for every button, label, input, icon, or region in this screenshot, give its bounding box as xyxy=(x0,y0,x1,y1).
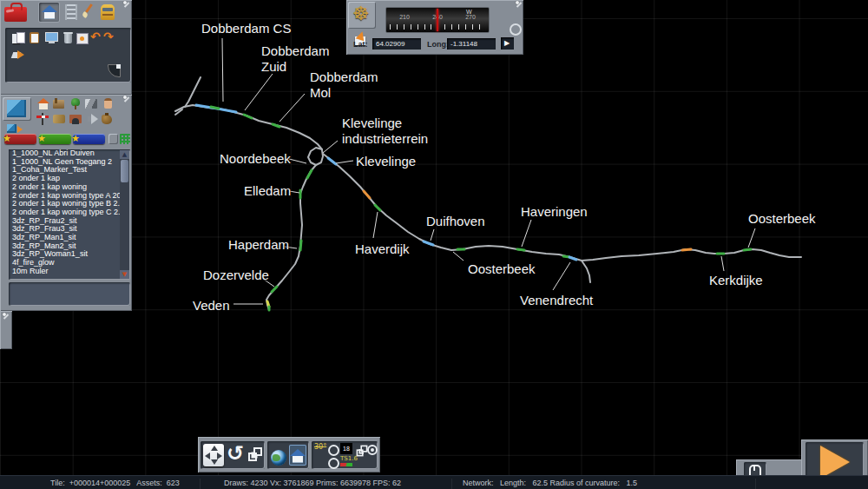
view-tools-box: ↺ xyxy=(201,441,265,469)
heading-tick: 270 xyxy=(465,14,476,20)
station-label: Venendrecht xyxy=(520,293,593,308)
jump-to-icon[interactable] xyxy=(248,447,262,461)
asset-list-item[interactable]: 10m Ruler xyxy=(9,268,130,276)
screen-icon[interactable] xyxy=(45,31,58,44)
station-label: Oosterbeek xyxy=(468,261,536,277)
toolbox-icon[interactable] xyxy=(4,7,27,22)
status-divider xyxy=(755,479,756,489)
track-snap-radio[interactable] xyxy=(328,458,339,469)
train-tool-icon[interactable] xyxy=(101,4,115,20)
station-label: Dozervelde xyxy=(203,268,269,283)
measure-icon[interactable] xyxy=(76,31,89,44)
export-icon[interactable] xyxy=(12,49,25,59)
favorites-green-bar[interactable]: ★ xyxy=(39,134,71,144)
locate-button[interactable] xyxy=(510,23,522,36)
home-view-button[interactable] xyxy=(289,445,306,466)
target-icon[interactable] xyxy=(367,445,378,455)
goto-play-icon[interactable]: ▶ xyxy=(501,37,514,50)
goods-category-icon[interactable] xyxy=(101,113,113,125)
wheel-icon: ☸ xyxy=(352,4,370,23)
sound-category-icon[interactable] xyxy=(87,113,99,125)
station-label: Haverdijk xyxy=(355,241,410,257)
terrain-category-icon[interactable] xyxy=(53,113,65,125)
asset-preview-box xyxy=(9,282,130,306)
pin-icon xyxy=(2,313,10,320)
asset-list-scrollbar[interactable]: ▲ ▼ xyxy=(120,150,129,279)
favorites-red-bar[interactable]: ★ xyxy=(4,134,36,144)
pin-icon[interactable] xyxy=(122,96,130,103)
scroll-up-icon[interactable]: ▲ xyxy=(120,150,129,159)
home-tool-button[interactable] xyxy=(39,3,59,22)
angle-snap-value[interactable]: 30° xyxy=(314,444,326,451)
copy-icon[interactable] xyxy=(12,32,24,44)
bridge-category-icon[interactable] xyxy=(69,113,82,125)
asset-list: 1_1000_NL Abri Duiven1_1000_NL Geen Toeg… xyxy=(9,149,130,280)
globe-icon[interactable] xyxy=(271,450,286,466)
asset-items: 1_1000_NL Abri Duiven1_1000_NL Geen Toeg… xyxy=(9,149,130,276)
station-label: Noordebeek xyxy=(220,151,291,167)
compass-widget: ☸ W 210 240 270 Lat: 64.02909 Long: -1.3… xyxy=(346,0,523,55)
grey-filter-button[interactable] xyxy=(108,134,118,144)
pin-icon[interactable] xyxy=(122,1,130,9)
status-divider xyxy=(200,479,201,489)
pin-icon[interactable] xyxy=(515,1,523,9)
collapsed-side-tab[interactable] xyxy=(0,311,12,349)
rotate-icon[interactable]: ↺ xyxy=(227,443,244,464)
status-perf: Draws: 4230 Vx: 3761869 Prims: 6639978 F… xyxy=(224,479,401,487)
dock-category-icon[interactable] xyxy=(53,98,65,110)
scrollbar-thumb[interactable] xyxy=(121,160,128,182)
angle-snap-radio[interactable] xyxy=(328,445,339,456)
pan-button[interactable] xyxy=(203,444,224,466)
home-icon xyxy=(290,450,306,463)
undo-icon[interactable]: ↶ xyxy=(90,30,101,43)
lat-label: Lat: xyxy=(353,40,368,49)
compass-button[interactable]: ☸ xyxy=(348,2,376,29)
smooth-corner-icon[interactable] xyxy=(108,64,121,77)
toolbox-panel: ↶ ↷ xyxy=(0,0,132,95)
run-play-icon[interactable] xyxy=(820,446,850,479)
track-snap-value[interactable]: TS1.6 xyxy=(340,456,358,462)
status-tile: Tile: +000014+000025 Assets: 623 xyxy=(50,479,180,487)
station-label: Klevelingeindustrieterrein xyxy=(342,116,428,147)
star-icon: ★ xyxy=(71,134,80,143)
station-label: Haveringen xyxy=(521,204,588,220)
track-tool-icon[interactable] xyxy=(65,4,77,20)
brush-tool-icon[interactable] xyxy=(81,3,95,19)
station-label: Oosterbeek xyxy=(748,211,816,227)
buildings-category-icon[interactable] xyxy=(36,98,50,110)
star-icon: ★ xyxy=(37,134,46,143)
station-label: Haperdam xyxy=(228,237,289,253)
station-label: Duifhoven xyxy=(426,214,485,229)
signal-category-icon[interactable] xyxy=(36,113,49,126)
tree-category-icon[interactable] xyxy=(69,98,82,110)
long-label: Long: xyxy=(427,40,449,49)
redo-icon[interactable]: ↷ xyxy=(103,30,114,43)
station-label: Veden xyxy=(193,298,230,314)
lat-field[interactable]: 64.02909 xyxy=(372,38,421,50)
link-squares-icon[interactable] xyxy=(357,446,368,457)
heading-needle xyxy=(437,9,438,31)
objects-panel: ★ ★ ★ 1_1000_NL Abri Duiven1_1000_NL Gee… xyxy=(0,95,132,311)
grid-view-icon[interactable] xyxy=(120,134,130,144)
object-category-button[interactable] xyxy=(3,97,31,121)
map-viewport[interactable]: Dobberdam CSDobberdamZuidDobberdamMolKle… xyxy=(0,0,868,489)
station-label: DobberdamMol xyxy=(310,69,378,101)
station-label: Kerkdijke xyxy=(709,273,763,288)
trash-icon[interactable] xyxy=(63,31,73,44)
scroll-down-icon[interactable]: ▼ xyxy=(120,270,129,279)
long-field[interactable]: -1.31148 xyxy=(447,38,496,50)
status-divider xyxy=(451,479,452,489)
snap-tools-box: 30° 18 TS1.6 xyxy=(312,441,378,469)
paste-icon[interactable] xyxy=(30,31,40,44)
size-value-box[interactable]: 18 xyxy=(340,443,352,454)
people-category-icon[interactable] xyxy=(102,98,114,110)
gradient-curve-icon xyxy=(340,463,352,466)
station-label: Dobberdam CS xyxy=(201,21,291,36)
small-cube-icon[interactable] xyxy=(7,124,16,133)
road-category-icon[interactable] xyxy=(85,98,98,110)
station-label: Elledam xyxy=(244,183,291,199)
status-network: Network: Length: 62.5 Radius of curvatur… xyxy=(463,479,637,487)
cube-icon xyxy=(7,100,26,117)
heading-tape: W 210 240 270 xyxy=(385,7,490,33)
favorites-blue-bar[interactable]: ★ xyxy=(73,134,105,144)
